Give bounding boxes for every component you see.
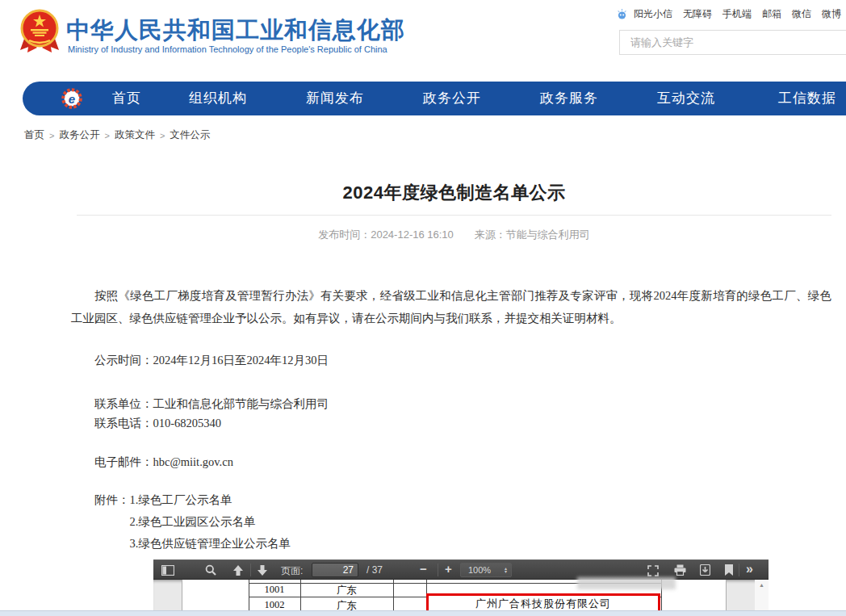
page-label: 页面: xyxy=(281,564,303,578)
contact-unit-line: 联系单位：工业和信息化部节能与综合利用司 xyxy=(71,394,831,413)
page-total: / 37 xyxy=(366,564,383,576)
table-cell-company: 广州广合科技股份有限公司 xyxy=(475,597,611,611)
breadcrumb-separator: > xyxy=(160,131,165,140)
table-cell-no: 1001 xyxy=(249,584,300,596)
national-emblem-icon xyxy=(19,8,60,55)
quick-link-mail[interactable]: 邮箱 xyxy=(762,7,781,21)
select-spinner-icon: ▴▾ xyxy=(505,567,511,573)
zoom-level-select[interactable]: 100% ▴▾ xyxy=(460,563,512,577)
toolbar-divider xyxy=(739,564,739,576)
quick-link-accessibility[interactable]: 无障碍 xyxy=(683,7,712,21)
attachments-label: 附件： xyxy=(94,493,130,506)
breadcrumb-policy-docs[interactable]: 政策文件 xyxy=(115,128,155,142)
quick-link-sunshine[interactable]: 阳光小信 xyxy=(634,7,672,21)
footer-strip xyxy=(0,610,846,616)
nav-item-gov-affairs[interactable]: 政务公开 xyxy=(423,82,481,115)
header-quick-links: 阳光小信 无障碍 手机端 邮箱 微信 微博 xyxy=(616,7,841,21)
toolbar-divider xyxy=(438,564,438,576)
attachment-line-1: 附件：1.绿色工厂公示名单 xyxy=(71,489,831,510)
site-logo[interactable]: 中华人民共和国工业和信息化部 Ministry of Industry and … xyxy=(19,6,471,71)
attachment-item-3: 3.绿色供应链管理企业公示名单 xyxy=(71,533,831,554)
svg-text:e: e xyxy=(69,92,75,106)
quick-link-mobile[interactable]: 手机端 xyxy=(722,7,752,21)
breadcrumb-gov-affairs[interactable]: 政务公开 xyxy=(59,128,99,142)
page-up-icon[interactable] xyxy=(232,565,244,576)
main-nav: e 首页 组织机构 新闻发布 政务公开 政务服务 互动交流 工信数据 xyxy=(23,82,846,115)
public-period-line: 公示时间：2024年12月16日至2024年12月30日 xyxy=(71,350,831,370)
blurred-company-redaction xyxy=(577,577,676,589)
more-tools-icon[interactable]: » xyxy=(746,562,753,576)
article-meta: 发布时间：2024-12-16 16:10来源：节能与综合利用司 xyxy=(77,228,831,242)
breadcrumb: 首页 > 政务公开 > 政策文件 > 文件公示 xyxy=(24,128,210,142)
pdf-toolbar: 页面: / 37 − + 100% ▴▾ xyxy=(153,559,769,580)
article-body: 按照《绿色工厂梯度培育及管理暂行办法》有关要求，经省级工业和信息化主管部门推荐及… xyxy=(71,284,831,554)
quick-link-wechat[interactable]: 微信 xyxy=(792,7,811,21)
nav-item-home[interactable]: 首页 xyxy=(112,82,141,115)
breadcrumb-home[interactable]: 首页 xyxy=(24,128,44,142)
attachment-item-2: 2.绿色工业园区公示名单 xyxy=(71,511,831,532)
publish-time: 2024-12-16 16:10 xyxy=(371,228,454,241)
search-input[interactable] xyxy=(619,30,846,55)
bookmark-icon[interactable] xyxy=(725,564,733,576)
site-title: 中华人民共和国工业和信息化部 xyxy=(66,15,405,47)
breadcrumb-separator: > xyxy=(49,131,54,140)
source: 节能与综合利用司 xyxy=(506,228,590,241)
source-label: 来源： xyxy=(475,228,506,241)
publish-time-label: 发布时间： xyxy=(318,228,371,241)
breadcrumb-separator: > xyxy=(104,131,109,140)
table-cell-province: 广东 xyxy=(300,584,393,597)
sunshine-assistant-icon xyxy=(616,8,628,20)
email-line: 电子邮件：hbc@miit.gov.cn xyxy=(71,452,831,471)
page-down-icon[interactable] xyxy=(257,565,268,576)
nav-item-data[interactable]: 工信数据 xyxy=(778,82,836,115)
pdf-viewer: 页面: / 37 − + 100% ▴▾ xyxy=(153,559,769,616)
article-title: 2024年度绿色制造名单公示 xyxy=(77,181,831,205)
search-icon[interactable] xyxy=(205,564,216,576)
breadcrumb-doc-publicity[interactable]: 文件公示 xyxy=(170,128,210,142)
site-subtitle: Ministry of Industry and Information Tec… xyxy=(68,44,387,54)
toolbar-divider xyxy=(250,564,251,576)
nav-item-news[interactable]: 新闻发布 xyxy=(306,82,364,115)
article-paragraph: 按照《绿色工厂梯度培育及管理暂行办法》有关要求，经省级工业和信息化主管部门推荐及… xyxy=(71,284,831,329)
zoom-in-icon[interactable]: + xyxy=(445,562,452,576)
page-number-input[interactable] xyxy=(312,563,358,577)
download-icon[interactable] xyxy=(700,564,710,576)
page: 中华人民共和国工业和信息化部 Ministry of Industry and … xyxy=(0,0,846,616)
print-icon[interactable] xyxy=(674,564,686,576)
title-divider xyxy=(77,215,831,216)
attachment-item-1: 1.绿色工厂公示名单 xyxy=(130,493,232,506)
attachments-block: 附件：1.绿色工厂公示名单 2.绿色工业园区公示名单 3.绿色供应链管理企业公示… xyxy=(71,489,831,554)
quick-link-weibo[interactable]: 微博 xyxy=(822,7,841,21)
scroll-up-icon[interactable]: ▲ xyxy=(755,582,769,588)
table-cell-no: 1002 xyxy=(249,599,300,611)
zoom-out-icon[interactable]: − xyxy=(420,562,427,576)
nav-item-organization[interactable]: 组织机构 xyxy=(189,82,247,115)
sidebar-toggle-icon[interactable] xyxy=(161,565,174,576)
presentation-mode-icon[interactable] xyxy=(647,565,659,576)
miit-gear-e-icon: e xyxy=(61,88,82,109)
contact-phone-line: 联系电话：010-68205340 xyxy=(71,413,831,433)
nav-item-gov-services[interactable]: 政务服务 xyxy=(540,82,598,115)
zoom-level-value: 100% xyxy=(461,565,505,575)
nav-item-interaction[interactable]: 互动交流 xyxy=(657,82,715,115)
